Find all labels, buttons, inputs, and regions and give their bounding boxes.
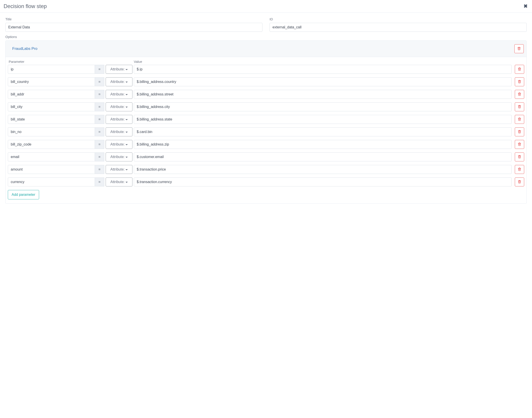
equals-indicator: = (95, 65, 104, 74)
parameter-row: =Attribute: (8, 165, 524, 174)
title-field: Title (5, 17, 262, 32)
equals-indicator: = (95, 102, 104, 111)
trash-icon (517, 47, 521, 51)
decision-flow-step-modal: Decision flow step ✖ Title ID Options Fr… (0, 0, 532, 418)
parameter-row: =Attribute: (8, 128, 524, 136)
parameter-value-input[interactable] (134, 102, 512, 111)
caret-down-icon (125, 119, 128, 120)
attribute-dropdown-label: Attribute: (110, 80, 125, 84)
trash-icon (518, 130, 521, 134)
modal-title: Decision flow step (4, 3, 47, 9)
parameter-value-input[interactable] (134, 140, 512, 149)
parameter-row: =Attribute: (8, 77, 524, 86)
parameter-value-input[interactable] (134, 77, 512, 86)
trash-icon (518, 180, 521, 184)
trash-icon (518, 167, 521, 172)
parameter-value-input[interactable] (134, 115, 512, 124)
parameter-value-input[interactable] (134, 90, 512, 99)
parameter-name-input[interactable] (8, 140, 95, 149)
caret-down-icon (125, 107, 128, 108)
attribute-type-dropdown[interactable]: Attribute: (106, 165, 133, 174)
attribute-type-dropdown[interactable]: Attribute: (106, 90, 133, 99)
parameter-value-input[interactable] (134, 152, 512, 161)
option-title-link[interactable]: FraudLabs Pro (12, 46, 37, 51)
parameter-row: =Attribute: (8, 177, 524, 186)
trash-icon (518, 155, 521, 159)
equals-indicator: = (95, 140, 104, 149)
attribute-dropdown-label: Attribute: (110, 105, 125, 109)
attribute-type-dropdown[interactable]: Attribute: (106, 177, 133, 186)
attribute-dropdown-label: Attribute: (110, 130, 125, 134)
caret-down-icon (125, 169, 128, 170)
attribute-type-dropdown[interactable]: Attribute: (106, 152, 133, 161)
attribute-dropdown-label: Attribute: (110, 67, 125, 71)
parameter-name-input[interactable] (8, 90, 95, 99)
parameter-column-header: Parameter (8, 60, 97, 63)
parameter-value-input[interactable] (134, 177, 512, 186)
attribute-type-dropdown[interactable]: Attribute: (106, 77, 133, 86)
attribute-dropdown-label: Attribute: (110, 155, 125, 159)
delete-parameter-button[interactable] (515, 128, 524, 136)
attribute-type-dropdown[interactable]: Attribute: (106, 140, 133, 149)
attribute-dropdown-label: Attribute: (110, 180, 125, 184)
caret-down-icon (125, 94, 128, 95)
delete-parameter-button[interactable] (515, 102, 524, 111)
equals-indicator: = (95, 77, 104, 86)
delete-parameter-button[interactable] (515, 65, 524, 74)
delete-parameter-button[interactable] (515, 152, 524, 161)
close-button[interactable]: ✖ (523, 4, 528, 9)
attribute-dropdown-label: Attribute: (110, 142, 125, 146)
attribute-type-dropdown[interactable]: Attribute: (106, 128, 133, 136)
delete-parameter-button[interactable] (515, 90, 524, 99)
id-field: ID (270, 17, 527, 32)
add-parameter-button[interactable]: Add parameter (8, 190, 39, 199)
parameter-row: =Attribute: (8, 152, 524, 161)
parameter-name-input[interactable] (8, 115, 95, 124)
title-id-row: Title ID (5, 17, 527, 32)
id-label: ID (270, 17, 527, 21)
delete-parameter-button[interactable] (515, 165, 524, 174)
close-icon: ✖ (523, 3, 528, 9)
parameter-value-input[interactable] (134, 165, 512, 174)
parameter-row: =Attribute: (8, 65, 524, 74)
value-column-header: Value (133, 60, 513, 63)
parameter-name-input[interactable] (8, 77, 95, 86)
parameter-name-input[interactable] (8, 165, 95, 174)
equals-indicator: = (95, 177, 104, 186)
trash-icon (518, 67, 521, 71)
parameter-name-input[interactable] (8, 128, 95, 136)
caret-down-icon (125, 157, 128, 158)
attribute-type-dropdown[interactable]: Attribute: (106, 65, 133, 74)
caret-down-icon (125, 182, 128, 183)
parameter-row: =Attribute: (8, 140, 524, 149)
delete-parameter-button[interactable] (515, 77, 524, 86)
title-label: Title (5, 17, 262, 21)
attribute-dropdown-label: Attribute: (110, 117, 125, 121)
delete-parameter-button[interactable] (515, 115, 524, 124)
parameter-value-input[interactable] (134, 128, 512, 136)
trash-icon (518, 142, 521, 147)
equals-indicator: = (95, 152, 104, 161)
delete-parameter-button[interactable] (515, 177, 524, 186)
id-input[interactable] (270, 23, 527, 32)
equals-indicator: = (95, 115, 104, 124)
delete-parameter-button[interactable] (515, 140, 524, 149)
modal-header: Decision flow step ✖ (0, 0, 532, 13)
parameter-name-input[interactable] (8, 65, 95, 74)
attribute-type-dropdown[interactable]: Attribute: (106, 115, 133, 124)
option-panel: FraudLabs Pro Parameter Value =Attribute… (5, 40, 527, 204)
parameter-name-input[interactable] (8, 152, 95, 161)
parameter-value-input[interactable] (134, 65, 512, 74)
caret-down-icon (125, 144, 128, 145)
parameter-name-input[interactable] (8, 102, 95, 111)
parameters-header: Parameter Value (8, 60, 524, 63)
attribute-type-dropdown[interactable]: Attribute: (106, 102, 133, 111)
trash-icon (518, 117, 521, 122)
delete-option-button[interactable] (514, 44, 524, 53)
caret-down-icon (125, 81, 128, 83)
parameters-section: Parameter Value =Attribute:=Attribute:=A… (6, 57, 526, 203)
attribute-dropdown-label: Attribute: (110, 92, 125, 96)
parameter-name-input[interactable] (8, 177, 95, 186)
trash-icon (518, 80, 521, 84)
title-input[interactable] (5, 23, 262, 32)
